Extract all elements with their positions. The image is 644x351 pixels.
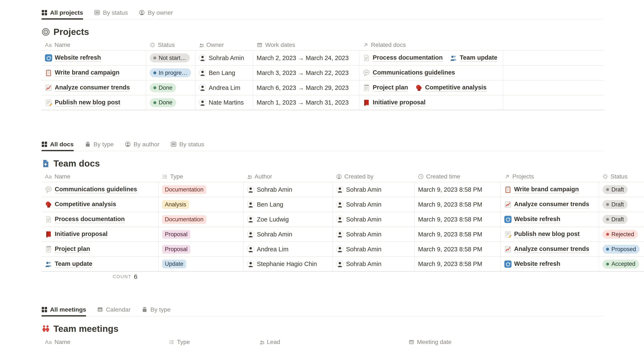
created-time-cell[interactable]: March 9, 2023 8:58 PM [415, 182, 501, 197]
column-header-related-docs[interactable]: Related docs [360, 42, 503, 48]
created-time-cell[interactable]: March 9, 2023 8:58 PM [415, 242, 501, 256]
created-by-cell[interactable]: Sohrab Amin [333, 257, 415, 271]
table-footer-count[interactable]: COUNT 6 [42, 272, 159, 282]
tab-all-meetings[interactable]: All meetings [42, 303, 86, 316]
tab-by-status[interactable]: By status [94, 6, 128, 19]
name-cell[interactable]: Communications guidelines [42, 182, 159, 197]
type-cell[interactable]: Update [159, 257, 244, 271]
created-by-cell[interactable]: Sohrab Amin [333, 212, 415, 226]
related-doc-link[interactable]: Team update [450, 54, 498, 62]
author-cell[interactable]: Andrea Lim [244, 242, 333, 256]
column-header-type[interactable]: Type [166, 339, 256, 346]
name-cell[interactable]: Project plan [42, 242, 159, 256]
type-cell[interactable]: Proposal [159, 227, 244, 242]
owner-cell[interactable]: Andrea Lim [196, 80, 253, 95]
status-cell[interactable]: Draft [599, 182, 644, 197]
tab-by-type[interactable]: By type [142, 303, 170, 316]
author-cell[interactable]: Stephanie Hagio Chin [244, 257, 333, 271]
owner-cell[interactable]: Ben Lang [196, 66, 253, 80]
name-cell[interactable]: Process documentation [42, 212, 159, 226]
status-cell[interactable]: In progre… [146, 66, 196, 80]
related-docs-cell[interactable]: Communications guidelines [360, 66, 503, 80]
column-header-name[interactable]: AaName [42, 42, 146, 48]
created-by-cell[interactable]: Sohrab Amin [333, 242, 415, 256]
related-docs-cell[interactable]: Initiative proposal [360, 96, 503, 110]
tab-all-projects[interactable]: All projects [42, 6, 83, 19]
related-doc-link[interactable]: Communications guidelines [363, 69, 455, 77]
related-doc-link[interactable]: Project plan [363, 84, 408, 92]
projects-cell[interactable]: Publish new blog post [501, 227, 599, 242]
status-cell[interactable]: Draft [599, 212, 644, 226]
tab-all-docs[interactable]: All docs [42, 138, 74, 151]
related-project-link[interactable]: Publish new blog post [504, 230, 580, 238]
tab-by-type[interactable]: By type [85, 138, 114, 151]
name-cell[interactable]: Team update [42, 257, 159, 271]
column-header-projects[interactable]: Projects [501, 173, 599, 180]
status-cell[interactable]: Accepted [599, 257, 644, 271]
status-cell[interactable]: Draft [599, 197, 644, 212]
projects-cell[interactable]: Analyze consumer trends [501, 242, 599, 256]
column-header-owner[interactable]: Owner [196, 42, 253, 48]
projects-cell[interactable]: Website refresh [501, 257, 599, 271]
empty-cell[interactable] [503, 96, 604, 110]
tab-by-author[interactable]: By author [125, 138, 160, 151]
created-by-cell[interactable]: Sohrab Amin [333, 227, 415, 242]
owner-cell[interactable]: Nate Martins [196, 96, 253, 110]
status-cell[interactable]: Done [146, 80, 196, 95]
related-project-link[interactable]: Analyze consumer trends [504, 245, 589, 253]
projects-cell[interactable]: Analyze consumer trends [501, 197, 599, 212]
created-time-cell[interactable]: March 9, 2023 8:58 PM [415, 197, 501, 212]
type-cell[interactable]: Proposal [159, 242, 244, 256]
type-cell[interactable]: Documentation [159, 212, 244, 226]
created-time-cell[interactable]: March 9, 2023 8:58 PM [415, 227, 501, 242]
related-doc-link[interactable]: Initiative proposal [363, 99, 426, 106]
author-cell[interactable]: Ben Lang [244, 197, 333, 212]
name-cell[interactable]: Website refresh [42, 51, 146, 65]
column-header-status[interactable]: Status [599, 173, 644, 180]
column-header-lead[interactable]: Lead [256, 339, 405, 346]
created-time-cell[interactable]: March 9, 2023 8:58 PM [415, 212, 501, 226]
tab-by-status[interactable]: By status [170, 138, 204, 151]
column-header-created-time[interactable]: Created time [415, 173, 501, 180]
created-time-cell[interactable]: March 9, 2023 8:58 PM [415, 257, 501, 271]
created-by-cell[interactable]: Sohrab Amin [333, 197, 415, 212]
related-docs-cell[interactable]: Process documentation Team update [360, 51, 503, 65]
related-project-link[interactable]: Analyze consumer trends [504, 201, 589, 208]
status-cell[interactable]: Done [146, 96, 196, 110]
work-dates-cell[interactable]: March 1, 2023 → March 31, 2023 [253, 96, 360, 110]
column-header-name[interactable]: AaName [42, 173, 159, 180]
related-project-link[interactable]: Write brand campaign [504, 186, 579, 194]
related-project-link[interactable]: Website refresh [504, 260, 560, 268]
column-header-meeting-date[interactable]: Meeting date [405, 339, 603, 346]
related-docs-cell[interactable]: Project plan Competitive analysis [360, 80, 503, 95]
name-cell[interactable]: Initiative proposal [42, 227, 159, 242]
projects-cell[interactable]: Website refresh [501, 212, 599, 226]
owner-cell[interactable]: Sohrab Amin [196, 51, 253, 65]
type-cell[interactable]: Documentation [159, 182, 244, 197]
empty-cell[interactable] [503, 80, 604, 95]
column-header-status[interactable]: Status [146, 42, 196, 48]
name-cell[interactable]: Competitive analysis [42, 197, 159, 212]
status-cell[interactable]: Proposed [599, 242, 644, 256]
tab-by-owner[interactable]: By owner [139, 6, 173, 19]
work-dates-cell[interactable]: March 3, 2023 → March 22, 2023 [253, 66, 360, 80]
name-cell[interactable]: Publish new blog post [42, 96, 146, 110]
work-dates-cell[interactable]: March 6, 2023 → March 29, 2023 [253, 80, 360, 95]
name-cell[interactable]: Analyze consumer trends [42, 80, 146, 95]
column-header-work-dates[interactable]: Work dates [253, 42, 360, 48]
empty-cell[interactable] [503, 66, 604, 80]
column-header-type[interactable]: Type [159, 173, 244, 180]
column-header-author[interactable]: Author [244, 173, 333, 180]
status-cell[interactable]: Not start… [146, 51, 196, 65]
status-cell[interactable]: Rejected [599, 227, 644, 242]
author-cell[interactable]: Sohrab Amin [244, 182, 333, 197]
related-doc-link[interactable]: Process documentation [363, 54, 443, 62]
author-cell[interactable]: Sohrab Amin [244, 227, 333, 242]
name-cell[interactable]: Write brand campaign [42, 66, 146, 80]
empty-cell[interactable] [503, 51, 604, 65]
author-cell[interactable]: Zoe Ludwig [244, 212, 333, 226]
created-by-cell[interactable]: Sohrab Amin [333, 182, 415, 197]
projects-cell[interactable]: Write brand campaign [501, 182, 599, 197]
work-dates-cell[interactable]: March 2, 2023 → March 24, 2023 [253, 51, 360, 65]
related-project-link[interactable]: Website refresh [504, 216, 560, 223]
